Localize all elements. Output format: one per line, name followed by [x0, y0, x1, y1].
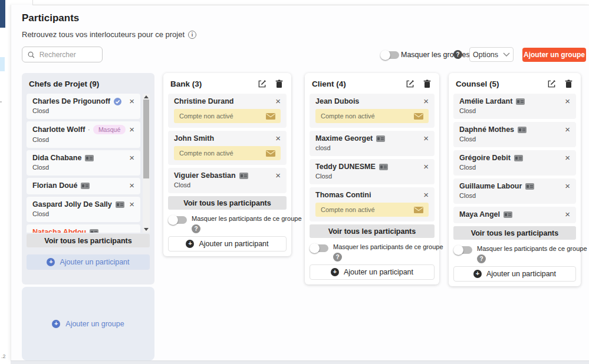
- participant-name: Teddy DUNESME: [315, 163, 376, 171]
- plus-icon: +: [186, 240, 194, 248]
- add-group-link[interactable]: + Ajouter un groupe: [52, 320, 124, 328]
- envelope-icon[interactable]: [266, 150, 275, 157]
- add-participant-label: Ajouter un participant: [60, 258, 129, 266]
- scroll-down-icon[interactable]: [144, 228, 149, 231]
- inactive-account-text: Compte non activé: [179, 150, 233, 157]
- scrollbar-thumb[interactable]: [143, 100, 149, 178]
- inactive-account-banner: Compte non activé: [315, 203, 429, 217]
- options-label: Options: [473, 51, 498, 59]
- participant-row: Natacha Abdou: [27, 224, 140, 233]
- remove-participant-icon[interactable]: ×: [129, 98, 134, 105]
- edit-group-icon[interactable]: [258, 80, 266, 88]
- participant-row: Jean Dubois × Compte non activé: [310, 94, 435, 128]
- participant-name: Charlotte Wolff: [32, 125, 85, 134]
- edit-group-icon[interactable]: [547, 80, 556, 88]
- participant-list[interactable]: Charles De Prigounoff × Closd Charlotte …: [27, 94, 150, 233]
- options-dropdown[interactable]: Options: [469, 47, 514, 62]
- remove-participant-icon[interactable]: ×: [129, 154, 134, 161]
- add-participant-button[interactable]: + Ajouter un participant: [27, 254, 150, 270]
- add-participant-label: Ajouter un participant: [199, 240, 268, 248]
- remove-participant-icon[interactable]: ×: [565, 183, 570, 190]
- view-all-participants-button[interactable]: Voir tous les participants: [168, 196, 287, 210]
- scroll-up-icon[interactable]: [144, 95, 149, 98]
- remove-participant-icon[interactable]: ×: [423, 191, 429, 198]
- hide-group-toggle[interactable]: [455, 246, 472, 254]
- remove-participant-icon[interactable]: ×: [565, 98, 570, 105]
- envelope-icon[interactable]: [414, 207, 423, 213]
- remove-participant-icon[interactable]: ×: [275, 172, 281, 179]
- participant-org: Closd: [459, 135, 570, 143]
- view-all-participants-button[interactable]: Voir tous les participants: [310, 224, 435, 238]
- edit-group-icon[interactable]: [406, 80, 414, 88]
- view-all-participants-button[interactable]: Voir tous les participants: [453, 226, 576, 240]
- toggle-knob: [168, 215, 178, 225]
- hide-groups-toggle[interactable]: [381, 51, 399, 59]
- edge-number: .2: [1, 353, 6, 359]
- group-title: Client (4): [312, 80, 346, 88]
- group-title: Counsel (5): [456, 80, 499, 88]
- remove-participant-icon[interactable]: ×: [129, 182, 134, 189]
- search-icon: [28, 51, 35, 59]
- id-card-icon: [518, 127, 527, 133]
- hide-group-label: Masquer les participants de ce groupe ?: [333, 243, 443, 262]
- participant-org: Closd: [32, 136, 134, 143]
- participant-org: Closd: [32, 107, 134, 114]
- remove-participant-icon[interactable]: ×: [565, 126, 570, 133]
- participant-row: Teddy DUNESME × Closd: [310, 159, 435, 184]
- sidebar-remnant-dash: [0, 101, 2, 102]
- panel-top-border: [32, 5, 589, 5]
- remove-participant-icon[interactable]: ×: [423, 163, 429, 170]
- sidebar-remnant-highlight: [0, 57, 5, 71]
- remove-participant-icon[interactable]: ×: [275, 98, 281, 105]
- group-title: Bank (3): [170, 80, 202, 88]
- help-icon[interactable]: ?: [453, 50, 462, 59]
- hide-group-label: Masquer les participants de ce groupe ?: [477, 244, 587, 263]
- add-group-card[interactable]: + Ajouter un groupe: [22, 287, 154, 360]
- help-icon[interactable]: ?: [192, 224, 200, 233]
- inactive-account-banner: Compte non activé: [174, 146, 281, 160]
- participant-name: John Smith: [174, 134, 214, 143]
- delete-group-icon[interactable]: [423, 80, 431, 88]
- inactive-account-text: Compte non activé: [321, 206, 375, 213]
- participant-org: Closd: [459, 164, 570, 171]
- page-subtitle: Retrouvez tous vos interlocuteurs pour c…: [22, 30, 196, 39]
- remove-participant-icon[interactable]: ×: [423, 98, 429, 105]
- group-header: Chefs de Projet (9): [27, 78, 150, 94]
- id-card-icon: [90, 229, 98, 233]
- id-card-icon: [504, 211, 512, 218]
- participant-org: Closd: [315, 173, 429, 180]
- id-card-icon: [81, 183, 90, 189]
- remove-participant-icon[interactable]: ×: [565, 211, 570, 218]
- list-scrollbar[interactable]: [143, 94, 150, 233]
- envelope-icon[interactable]: [414, 113, 423, 120]
- delete-group-icon[interactable]: [565, 80, 572, 88]
- search-box[interactable]: [22, 47, 103, 62]
- add-participant-button[interactable]: + Ajouter un participant: [453, 266, 576, 282]
- view-all-participants-button[interactable]: Voir tous les participants: [27, 234, 150, 247]
- remove-participant-icon[interactable]: ×: [565, 154, 570, 161]
- delete-group-icon[interactable]: [275, 80, 283, 88]
- toggle-knob: [380, 50, 390, 60]
- hide-group-row: Masquer les participants de ce groupe ?: [310, 243, 435, 262]
- participant-name: Charles De Prigounoff: [32, 97, 110, 105]
- add-group-button[interactable]: Ajouter un groupe: [522, 48, 586, 62]
- remove-participant-icon[interactable]: ×: [129, 201, 134, 208]
- participant-org: Closd: [32, 210, 134, 217]
- remove-participant-icon[interactable]: ×: [275, 135, 281, 142]
- envelope-icon[interactable]: [266, 113, 275, 120]
- participant-name: Natacha Abdou: [32, 228, 86, 233]
- plus-icon: +: [52, 320, 60, 328]
- info-icon[interactable]: i: [188, 31, 196, 39]
- add-participant-button[interactable]: + Ajouter un participant: [310, 264, 435, 280]
- hide-group-toggle[interactable]: [311, 244, 328, 252]
- participant-name: Jean Dubois: [315, 97, 359, 105]
- hide-group-toggle[interactable]: [169, 216, 187, 224]
- id-card-icon: [116, 201, 124, 208]
- search-input[interactable]: [40, 51, 97, 59]
- help-icon[interactable]: ?: [333, 253, 342, 262]
- participant-name: Maya Angel: [459, 210, 500, 219]
- remove-participant-icon[interactable]: ×: [423, 135, 429, 142]
- add-participant-button[interactable]: + Ajouter un participant: [168, 236, 287, 252]
- remove-participant-icon[interactable]: ×: [129, 126, 134, 133]
- help-icon[interactable]: ?: [477, 254, 486, 263]
